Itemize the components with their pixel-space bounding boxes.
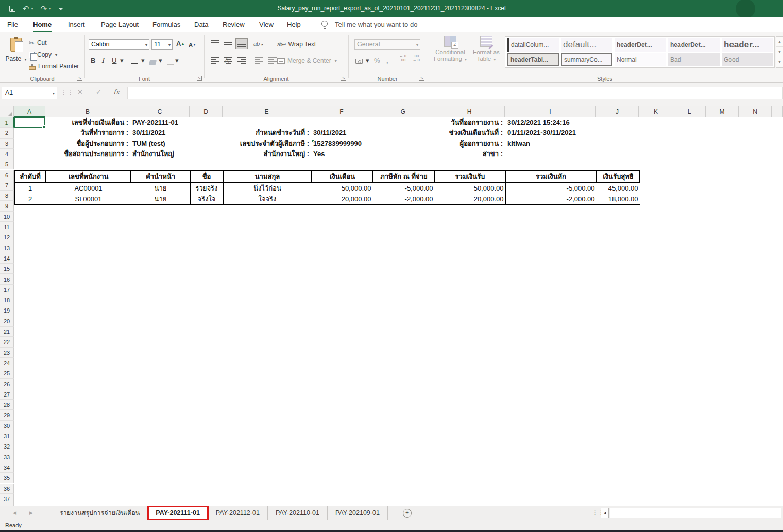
row-header-13[interactable]: 13: [0, 243, 14, 253]
row-header-6[interactable]: 6: [0, 170, 14, 180]
font-size-dropdown-icon[interactable]: ▾: [168, 43, 171, 47]
sheet-tab-PAY-202110-01[interactable]: PAY-202110-01: [268, 506, 328, 520]
font-name-combobox[interactable]: Calibri ▾: [89, 39, 149, 50]
customize-qat-icon[interactable]: [58, 7, 63, 11]
number-dialog-launcher[interactable]: ↘: [419, 76, 424, 81]
alignment-dialog-launcher[interactable]: ↘: [341, 76, 346, 81]
number-format-combobox[interactable]: General ▾: [354, 39, 420, 50]
enter-button[interactable]: ✓: [96, 88, 101, 96]
column-header-L[interactable]: L: [673, 106, 706, 117]
orientation-button[interactable]: ab▾: [253, 41, 263, 47]
italic-button[interactable]: I: [101, 55, 104, 66]
format-as-table-button[interactable]: Format as Table ▾: [471, 36, 502, 63]
row-header-26[interactable]: 26: [0, 379, 14, 389]
percent-style-button[interactable]: %: [374, 55, 380, 66]
borders-button[interactable]: [131, 57, 138, 68]
ribbon-tab-home[interactable]: Home: [33, 17, 52, 32]
ribbon-tab-data[interactable]: Data: [194, 17, 208, 32]
row-header-28[interactable]: 28: [0, 400, 14, 410]
style-item[interactable]: default...: [561, 38, 612, 52]
merge-center-dropdown-icon[interactable]: ▾: [335, 59, 337, 63]
save-icon[interactable]: [9, 6, 15, 12]
column-header-K[interactable]: K: [639, 106, 673, 117]
row-header-9[interactable]: 9: [0, 201, 14, 211]
copy-button[interactable]: Copy ▾: [29, 49, 57, 60]
sheet-tab-PAY-202111-01[interactable]: PAY-202111-01: [148, 506, 208, 520]
row-header-20[interactable]: 20: [0, 316, 14, 327]
column-header-D[interactable]: D: [190, 106, 223, 117]
row-header-29[interactable]: 29: [0, 410, 14, 420]
style-item[interactable]: Normal: [615, 53, 666, 66]
increase-font-button[interactable]: A▲: [176, 38, 184, 49]
column-header-H[interactable]: H: [434, 106, 505, 117]
align-left-button[interactable]: [209, 55, 220, 65]
row-header-17[interactable]: 17: [0, 285, 14, 295]
row-header-35[interactable]: 35: [0, 473, 14, 483]
row-header-22[interactable]: 22: [0, 337, 14, 347]
column-header-B[interactable]: B: [45, 106, 130, 117]
sheet-tab-PAY-202109-01[interactable]: PAY-202109-01: [328, 506, 388, 520]
redo-dropdown-icon[interactable]: ▾: [49, 6, 51, 11]
clipboard-dialog-launcher[interactable]: ↘: [77, 76, 82, 81]
format-painter-button[interactable]: Format Painter: [29, 61, 79, 72]
style-item[interactable]: headerDet...: [615, 38, 666, 52]
orientation-dropdown-icon[interactable]: ▾: [261, 42, 263, 47]
decrease-decimal-button[interactable]: .00→.0: [410, 54, 422, 62]
row-header-2[interactable]: 2: [0, 128, 14, 138]
select-all-button[interactable]: [0, 106, 14, 117]
column-header-A[interactable]: A: [14, 106, 45, 117]
style-item[interactable]: datailColum...: [507, 38, 559, 52]
style-item[interactable]: Bad: [668, 53, 720, 66]
formula-input[interactable]: [127, 87, 783, 99]
style-item[interactable]: headerDet...: [668, 38, 720, 52]
name-box-dropdown-icon[interactable]: ▾: [53, 91, 55, 96]
row-header-25[interactable]: 25: [0, 368, 14, 379]
conditional-formatting-dropdown-icon[interactable]: ▾: [465, 57, 467, 62]
redo-icon[interactable]: ↷: [41, 5, 47, 12]
row-header-31[interactable]: 31: [0, 431, 14, 441]
font-dialog-launcher[interactable]: ↘: [197, 76, 202, 81]
row-header-5[interactable]: 5: [0, 159, 14, 169]
increase-indent-button[interactable]: [267, 55, 278, 65]
styles-gallery-scrollbar[interactable]: ▲ ▼ ▼: [776, 36, 783, 68]
row-header-12[interactable]: 12: [0, 232, 14, 243]
decrease-indent-button[interactable]: [253, 55, 265, 65]
bold-button[interactable]: B: [91, 55, 95, 66]
row-header-18[interactable]: 18: [0, 295, 14, 305]
font-name-dropdown-icon[interactable]: ▾: [145, 43, 147, 47]
align-bottom-button[interactable]: [236, 39, 247, 49]
row-header-30[interactable]: 30: [0, 421, 14, 431]
column-header-I[interactable]: I: [505, 106, 596, 117]
fill-color-dropdown-icon[interactable]: ▾: [159, 55, 162, 66]
column-header-C[interactable]: C: [130, 106, 190, 117]
sheet-tab-รายงานสรุปการจ่ายเงินเดือน[interactable]: รายงานสรุปการจ่ายเงินเดือน: [52, 506, 148, 520]
row-header-7[interactable]: 7: [0, 180, 14, 191]
row-header-3[interactable]: 3: [0, 139, 14, 149]
sheet-nav-left-icon[interactable]: ◀: [13, 506, 16, 520]
insert-function-button[interactable]: fx: [113, 88, 120, 96]
gallery-up-icon[interactable]: ▲: [776, 37, 783, 47]
row-header-1[interactable]: 1: [0, 117, 14, 128]
style-item[interactable]: headerTabl...: [507, 53, 559, 66]
align-center-button[interactable]: [223, 55, 234, 65]
align-middle-button[interactable]: [223, 39, 234, 49]
column-header-F[interactable]: F: [311, 106, 372, 117]
row-header-19[interactable]: 19: [0, 305, 14, 316]
increase-decimal-button[interactable]: ←.0.00: [397, 54, 409, 62]
merge-center-button[interactable]: Merge & Center ▾: [277, 55, 337, 66]
column-header-J[interactable]: J: [596, 106, 639, 117]
sheet-nav-right-icon[interactable]: ▶: [29, 506, 33, 520]
row-header-8[interactable]: 8: [0, 191, 14, 201]
row-header-36[interactable]: 36: [0, 484, 14, 494]
hscroll-left-icon[interactable]: ◂: [601, 508, 609, 518]
align-top-button[interactable]: [209, 39, 220, 49]
ribbon-tab-page-layout[interactable]: Page Layout: [101, 17, 139, 32]
underline-dropdown-icon[interactable]: ▾: [120, 55, 124, 66]
new-sheet-button[interactable]: +: [403, 509, 412, 518]
font-size-combobox[interactable]: 11 ▾: [151, 39, 173, 50]
row-header-15[interactable]: 15: [0, 264, 14, 274]
ribbon-tab-file[interactable]: File: [7, 17, 18, 32]
wrap-text-button[interactable]: ab↩ Wrap Text: [277, 39, 316, 50]
row-header-33[interactable]: 33: [0, 452, 14, 462]
row-header-10[interactable]: 10: [0, 212, 14, 222]
